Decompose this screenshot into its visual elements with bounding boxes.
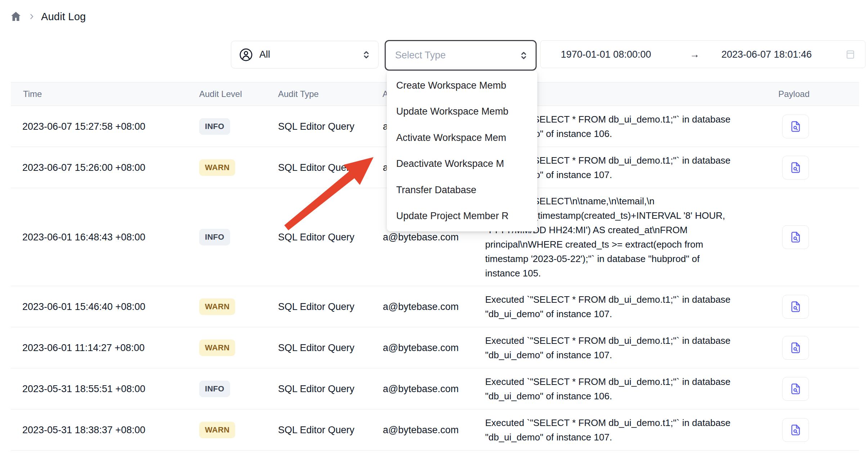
file-search-icon [789,423,802,436]
view-payload-button[interactable] [782,336,809,360]
status-badge: WARN [199,159,235,176]
menu-item-transfer-database[interactable]: Transfer Database [387,177,537,203]
row-audit-type: SQL Editor Query [278,383,354,394]
row-audit-type: SQL Editor Query [278,231,354,243]
row-actor: a@bytebase.com [383,424,459,435]
date-range-end[interactable]: 2023-06-07 18:01:46 [721,49,812,60]
status-badge: WARN [199,340,235,356]
file-search-icon [789,231,802,244]
table-row: 2023-05-31 18:38:37 +08:00 WARN SQL Edit… [11,409,859,451]
chevron-updown-icon [518,50,529,61]
row-audit-type: SQL Editor Query [278,162,354,173]
row-actor: a@bytebase.com [383,383,459,394]
column-header-time: Time [23,89,42,99]
status-badge: WARN [199,422,235,438]
menu-item-create-workspace-member[interactable]: Create Workspace Memb [387,72,537,99]
column-header-audit-level: Audit Level [199,89,242,99]
row-actor: a@bytebase.com [383,231,459,243]
row-time: 2023-06-01 16:48:43 +08:00 [22,231,146,243]
view-payload-button[interactable] [782,115,809,138]
column-header-audit-type: Audit Type [278,89,319,99]
row-comment: Executed `"SELECT * FROM db_ui_demo.t1;"… [485,374,777,403]
arrow-right-icon: → [690,49,699,60]
calendar-icon [844,48,856,61]
table-row: 2023-06-01 15:46:40 +08:00 WARN SQL Edit… [11,286,859,327]
menu-item-update-workspace-member[interactable]: Update Workspace Memb [387,99,537,125]
audit-log-page: Audit Log All Select Type 1970-01-01 08:… [0,0,868,457]
type-filter-placeholder: Select Type [395,50,518,61]
table-row: 2023-05-31 18:55:51 +08:00 INFO SQL Edit… [11,368,859,409]
file-search-icon [789,161,802,174]
date-range-start[interactable]: 1970-01-01 08:00:00 [561,49,651,60]
breadcrumb: Audit Log [9,9,86,24]
row-audit-type: SQL Editor Query [278,342,354,353]
menu-item-activate-workspace-member[interactable]: Activate Workspace Mem [387,125,537,151]
row-comment: Executed `"SELECT * FROM db_ui_demo.t1;"… [485,292,777,321]
row-audit-type: SQL Editor Query [278,424,354,435]
status-badge: INFO [199,229,230,245]
row-actor: a@bytebase.com [383,342,459,353]
view-payload-button[interactable] [782,156,809,179]
chevron-updown-icon [361,49,372,60]
type-select-dropdown-menu: Create Workspace Memb Update Workspace M… [387,71,537,231]
status-badge: INFO [199,118,230,135]
page-title: Audit Log [41,11,86,23]
row-comment: Executed `"SELECT * FROM db_ui_demo.t1;"… [485,416,777,444]
row-time: 2023-05-31 18:55:51 +08:00 [22,383,146,394]
status-badge: INFO [199,381,230,397]
row-actor: a@bytebase.com [383,301,459,312]
chevron-right-icon [27,12,36,21]
actor-filter-select[interactable]: All [231,41,379,68]
status-badge: WARN [199,298,235,315]
row-audit-type: SQL Editor Query [278,301,354,312]
row-time: 2023-06-07 15:27:58 +08:00 [22,121,146,132]
menu-item-deactivate-workspace-member[interactable]: Deactivate Workspace M [387,151,537,177]
actor-filter-value: All [259,49,355,60]
row-comment: Executed `"SELECT * FROM db_ui_demo.t1;"… [485,333,777,362]
view-payload-button[interactable] [782,225,809,249]
date-range-picker[interactable]: 1970-01-01 08:00:00 → 2023-06-07 18:01:4… [540,40,865,68]
row-time: 2023-06-01 11:14:27 +08:00 [22,342,145,353]
table-row: 2023-06-01 11:14:27 +08:00 WARN SQL Edit… [11,327,859,368]
view-payload-button[interactable] [782,295,809,319]
file-search-icon [789,341,802,354]
menu-item-update-project-member[interactable]: Update Project Member R [387,203,537,230]
row-time: 2023-06-07 15:26:00 +08:00 [22,162,146,173]
column-header-payload: Payload [778,89,810,99]
home-icon[interactable] [9,10,22,23]
person-circle-icon [238,47,254,62]
row-time: 2023-05-31 18:38:37 +08:00 [22,424,146,435]
file-search-icon [789,300,802,313]
view-payload-button[interactable] [782,377,809,401]
view-payload-button[interactable] [782,418,809,442]
type-filter-select[interactable]: Select Type [385,40,537,71]
row-time: 2023-06-01 15:46:40 +08:00 [22,301,146,312]
file-search-icon [789,120,802,133]
file-search-icon [789,382,802,395]
row-audit-type: SQL Editor Query [278,121,354,132]
